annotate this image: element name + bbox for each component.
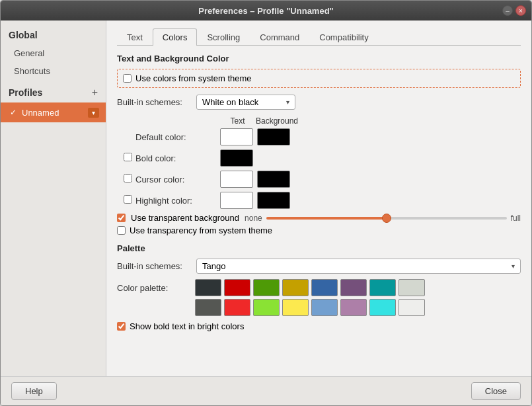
sidebar-item-unnamed[interactable]: ✓ Unnamed ▾ [1, 102, 106, 122]
palette-swatch-9[interactable] [224, 299, 250, 316]
palette-scheme-row: Built-in schemes: Tango ▾ [117, 259, 521, 274]
palette-swatch-13[interactable] [340, 299, 367, 316]
tab-colors[interactable]: Colors [153, 28, 198, 46]
builtin-schemes-select[interactable]: White on black ▾ [196, 95, 295, 110]
default-color-row: Default color: [124, 128, 521, 145]
highlight-text-swatch[interactable] [220, 192, 253, 209]
titlebar: Preferences – Profile "Unnamed" – × [1, 1, 531, 20]
content-area: Text Colors Scrolling Command Compatibil… [106, 20, 531, 376]
text-col-header: Text [219, 116, 256, 126]
window-controls: – × [502, 5, 526, 16]
main-content: Global General Shortcuts Profiles + ✓ Un… [1, 20, 531, 376]
palette-colors-row2 [117, 299, 521, 316]
slider-full-label: full [511, 214, 521, 223]
transparency-slider[interactable] [266, 217, 507, 220]
use-system-colors-label: Use colors from system theme [135, 73, 252, 83]
cursor-color-checkbox[interactable] [124, 174, 132, 183]
transparency-slider-container: none full [245, 214, 521, 223]
color-grid: Text Background Default color: Bold colo… [124, 116, 521, 209]
palette-title: Palette [117, 243, 521, 253]
palette-swatch-15[interactable] [399, 299, 425, 316]
minimize-button[interactable]: – [502, 5, 513, 16]
palette-section: Palette Built-in schemes: Tango ▾ Color … [117, 243, 521, 331]
palette-colors-label: Color palette: [117, 283, 190, 293]
use-system-colors-row: Use colors from system theme [117, 69, 521, 88]
tab-text[interactable]: Text [117, 28, 153, 46]
system-transparent-checkbox[interactable] [117, 226, 126, 235]
palette-scheme-value: Tango [202, 261, 512, 271]
palette-swatch-0[interactable] [195, 279, 221, 296]
profiles-label: Profiles [9, 87, 42, 98]
default-bg-swatch[interactable] [257, 128, 290, 145]
palette-colors-row1: Color palette: [117, 279, 521, 296]
default-text-swatch[interactable] [220, 128, 253, 145]
highlight-bg-swatch[interactable] [257, 192, 290, 209]
show-bold-checkbox[interactable] [117, 322, 126, 331]
default-color-label: Default color: [135, 132, 220, 142]
palette-swatch-4[interactable] [311, 279, 338, 296]
profile-check-icon: ✓ [7, 106, 19, 118]
palette-swatch-5[interactable] [340, 279, 367, 296]
sidebar-item-shortcuts[interactable]: Shortcuts [1, 62, 106, 80]
help-button[interactable]: Help [11, 382, 57, 400]
global-section-label: Global [1, 26, 106, 44]
palette-swatch-6[interactable] [369, 279, 396, 296]
sidebar-item-general[interactable]: General [1, 44, 106, 62]
palette-swatch-7[interactable] [399, 279, 425, 296]
show-bold-label: Show bold text in bright colors [130, 321, 244, 331]
palette-swatch-10[interactable] [253, 299, 280, 316]
cursor-color-label: Cursor color: [135, 175, 220, 184]
builtin-schemes-row: Built-in schemes: White on black ▾ [117, 95, 521, 110]
slider-none-label: none [245, 214, 262, 223]
highlight-color-label: Highlight color: [135, 196, 220, 206]
palette-chevron-icon: ▾ [512, 263, 515, 270]
add-profile-button[interactable]: + [92, 87, 98, 99]
palette-swatches-row1 [195, 279, 425, 296]
use-system-colors-checkbox[interactable] [123, 74, 132, 83]
palette-scheme-select[interactable]: Tango ▾ [196, 259, 521, 274]
colors-tab-content: Text and Background Color Use colors fro… [117, 54, 521, 331]
palette-swatch-2[interactable] [253, 279, 280, 296]
bold-color-row: Bold color: [124, 149, 521, 167]
bold-color-label: Bold color: [135, 153, 220, 163]
cursor-bg-swatch[interactable] [257, 171, 290, 188]
footer: Help Close [1, 376, 531, 405]
color-headers: Text Background [124, 116, 521, 126]
palette-swatch-11[interactable] [282, 299, 309, 316]
builtin-schemes-label: Built-in schemes: [117, 97, 190, 107]
cursor-text-swatch[interactable] [220, 171, 253, 188]
close-window-button[interactable]: × [515, 5, 526, 16]
sidebar: Global General Shortcuts Profiles + ✓ Un… [1, 20, 106, 376]
tab-scrolling[interactable]: Scrolling [197, 28, 250, 46]
cursor-color-row: Cursor color: [124, 171, 521, 188]
bold-text-swatch[interactable] [220, 149, 253, 167]
palette-swatch-12[interactable] [311, 299, 338, 316]
palette-swatches-row2 [195, 299, 425, 316]
palette-swatch-14[interactable] [369, 299, 396, 316]
palette-swatch-8[interactable] [195, 299, 221, 316]
builtin-scheme-value: White on black [202, 97, 282, 107]
show-bold-row: Show bold text in bright colors [117, 321, 521, 331]
bg-col-header: Background [256, 116, 292, 126]
bold-color-checkbox[interactable] [124, 153, 132, 161]
palette-swatch-3[interactable] [282, 279, 309, 296]
window-title: Preferences – Profile "Unnamed" [198, 6, 334, 16]
transparent-bg-checkbox[interactable] [117, 214, 126, 222]
preferences-window: Preferences – Profile "Unnamed" – × Glob… [0, 0, 532, 406]
system-transparent-label: Use transparency from system theme [130, 225, 272, 235]
palette-swatch-1[interactable] [224, 279, 250, 296]
text-bg-color-title: Text and Background Color [117, 54, 521, 63]
close-button[interactable]: Close [471, 382, 521, 400]
chevron-down-icon: ▾ [286, 99, 289, 106]
profile-arrow-icon[interactable]: ▾ [88, 108, 99, 118]
tab-compatibility[interactable]: Compatibility [309, 28, 378, 46]
profiles-header: Profiles + [1, 83, 106, 102]
tab-command[interactable]: Command [250, 28, 309, 46]
highlight-color-checkbox[interactable] [124, 195, 132, 204]
highlight-color-row: Highlight color: [124, 192, 521, 209]
tabs-bar: Text Colors Scrolling Command Compatibil… [117, 28, 521, 46]
transparent-bg-label: Use transparent background [131, 213, 239, 223]
transparent-bg-row: Use transparent background none full [117, 213, 521, 223]
palette-scheme-label: Built-in schemes: [117, 261, 190, 271]
system-transparent-row: Use transparency from system theme [117, 225, 521, 235]
